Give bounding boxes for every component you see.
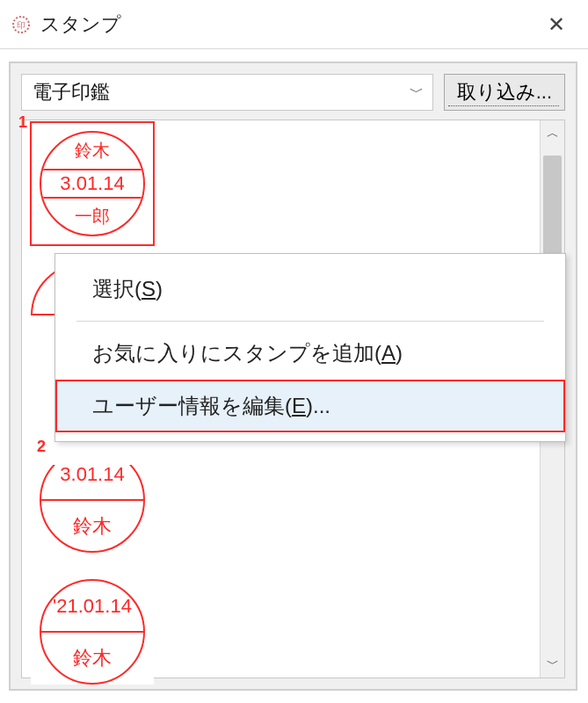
scroll-thumb[interactable] [543,156,562,268]
scroll-up-arrow-icon[interactable]: ︿ [541,120,564,147]
stamp-top-text: '21.01.14 [41,581,143,633]
toolbar: 電子印鑑 ﹀ 取り込み... [11,63,576,120]
import-button[interactable]: 取り込み... [444,74,565,111]
stamp-item-1[interactable]: 鈴木 3.01.14 一郎 [31,122,154,245]
scroll-down-arrow-icon[interactable]: ﹀ [541,651,564,678]
menu-item-label: 選択(S) [92,277,163,301]
stamp-mid-text: 3.01.14 [41,169,143,199]
stamp-bot-text: 鈴木 [73,501,112,551]
stamp-seal: 3.01.14 鈴木 [40,465,145,553]
chevron-down-icon: ﹀ [410,83,424,102]
stamp-top-text: 3.01.14 [41,465,143,501]
titlebar-left: 印 スタンプ [11,11,121,38]
annotation-marker-2: 2 [37,438,46,456]
stamp-category-dropdown[interactable]: 電子印鑑 ﹀ [21,74,433,111]
close-button[interactable]: ✕ [541,9,572,40]
stamp-item-3[interactable]: 3.01.14 鈴木 [31,465,154,562]
menu-item-add-favorite[interactable]: お気に入りにスタンプを追加(A) [55,327,565,380]
stamp-item-4[interactable]: '21.01.14 鈴木 [31,579,154,685]
titlebar: 印 スタンプ ✕ [0,0,588,49]
dropdown-value: 電子印鑑 [33,79,110,105]
import-button-label: 取り込み... [457,81,552,103]
stamp-top-text: 鈴木 [75,133,110,169]
stamp-bot-text: 一郎 [75,199,110,235]
menu-item-label: ユーザー情報を編集(E)... [92,394,330,417]
svg-text:印: 印 [17,20,25,30]
stamp-seal: '21.01.14 鈴木 [40,579,145,685]
menu-item-select[interactable]: 選択(S) [55,263,565,315]
app-icon: 印 [11,14,32,35]
menu-item-edit-user-info[interactable]: ユーザー情報を編集(E)... [55,380,565,432]
menu-item-label: お気に入りにスタンプを追加(A) [92,341,403,365]
stamp-seal: 鈴木 3.01.14 一郎 [40,131,145,236]
window-title: スタンプ [40,11,121,38]
stamp-bot-text: 鈴木 [73,633,112,683]
context-menu: 選択(S) お気に入りにスタンプを追加(A) ユーザー情報を編集(E)... [54,253,566,442]
menu-separator [76,321,544,322]
annotation-marker-1: 1 [18,113,27,132]
